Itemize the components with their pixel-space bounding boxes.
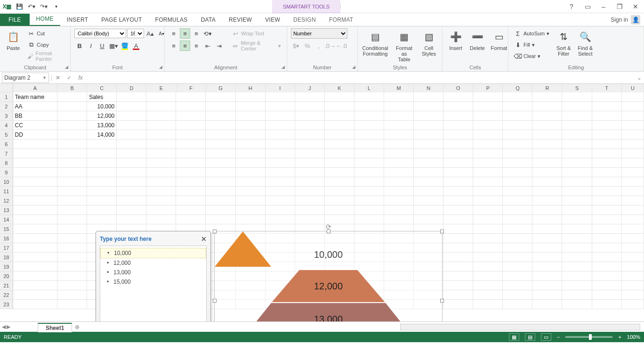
cell[interactable] [354,121,384,130]
cut-button[interactable]: ✂Cut [25,28,66,39]
cell[interactable] [503,92,532,102]
tab-review[interactable]: REVIEW [222,14,258,26]
cell[interactable] [117,196,146,205]
undo-icon[interactable]: ↶▾ [26,1,37,12]
column-header[interactable]: B [57,84,87,92]
cancel-formula-icon[interactable]: ✕ [52,73,64,83]
cell[interactable] [176,130,206,140]
cell[interactable] [592,158,622,168]
column-header[interactable]: A [13,84,58,92]
number-dialog-launcher[interactable]: ◢ [351,64,356,70]
cell[interactable] [117,102,146,111]
cell[interactable] [295,168,325,177]
row-header[interactable]: 13 [0,205,13,215]
cell[interactable] [206,92,235,102]
cell[interactable] [473,111,503,121]
cell[interactable] [473,281,503,290]
cell[interactable] [117,149,146,158]
cell[interactable] [176,149,206,158]
cell[interactable] [87,177,117,187]
cell[interactable] [13,290,58,300]
align-top-icon[interactable]: ≡ [169,28,179,39]
cell[interactable] [354,187,384,196]
cell[interactable] [473,158,503,168]
cell[interactable] [592,168,622,177]
cell[interactable] [146,168,176,177]
zoom-slider[interactable] [565,336,612,338]
cell[interactable] [13,158,58,168]
underline-button[interactable]: U [97,41,107,51]
cell[interactable] [503,121,532,130]
cell[interactable] [443,271,473,281]
cell[interactable] [146,121,176,130]
cell[interactable] [532,243,562,253]
cell[interactable] [592,253,622,262]
cell[interactable] [473,271,503,281]
cell[interactable] [622,177,644,187]
tab-home[interactable]: HOME [30,13,60,26]
cell[interactable] [592,130,622,140]
cell[interactable] [176,92,206,102]
cell[interactable] [117,215,146,224]
grow-font-icon[interactable]: A▴ [145,28,155,39]
cell[interactable] [354,158,384,168]
cell[interactable] [176,121,206,130]
cell[interactable] [562,271,592,281]
row-header[interactable]: 12 [0,196,13,205]
cell[interactable] [117,168,146,177]
cell[interactable] [57,92,87,102]
cell[interactable] [562,253,592,262]
cell[interactable] [473,177,503,187]
cell[interactable] [13,196,58,205]
row-header[interactable]: 7 [0,149,13,158]
cell[interactable] [236,121,266,130]
cell[interactable] [414,121,443,130]
cell[interactable] [176,215,206,224]
cell[interactable] [295,111,325,121]
paste-button[interactable]: 📋 Paste [4,28,23,52]
row-header[interactable]: 18 [0,253,13,262]
find-select-button[interactable]: 🔍Find & Select [576,28,595,58]
cell[interactable]: 14,000 [87,130,117,140]
cell[interactable] [562,92,592,102]
cell[interactable] [414,111,443,121]
row-header[interactable]: 14 [0,215,13,224]
cell[interactable] [562,205,592,215]
cell[interactable] [57,271,87,281]
cell[interactable] [414,158,443,168]
cell[interactable] [562,234,592,243]
cell[interactable] [532,130,562,140]
cell[interactable] [146,92,176,102]
cell[interactable] [592,290,622,300]
cell[interactable] [592,215,622,224]
cell[interactable] [473,149,503,158]
cell[interactable] [354,92,384,102]
sheet-nav-prev-icon[interactable]: ◀ [2,324,6,330]
sheet-nav-next-icon[interactable]: ▶ [7,324,10,330]
cell[interactable] [532,158,562,168]
format-as-table-button[interactable]: ▦Format as Table [392,28,417,63]
cell[interactable] [622,92,644,102]
cell[interactable] [266,215,295,224]
cell[interactable] [266,158,295,168]
cell[interactable] [562,196,592,205]
cell[interactable] [354,111,384,121]
text-pane-item[interactable]: 13,000 [100,268,206,277]
cell[interactable] [384,196,414,205]
cell[interactable] [384,158,414,168]
cell[interactable] [592,243,622,253]
cell[interactable] [325,187,354,196]
cell[interactable] [503,187,532,196]
cell[interactable] [562,224,592,234]
row-header[interactable]: 11 [0,187,13,196]
cell[interactable] [532,205,562,215]
cell[interactable] [562,140,592,149]
cell[interactable] [57,102,87,111]
cell[interactable] [57,177,87,187]
cell[interactable] [532,92,562,102]
cell[interactable] [592,102,622,111]
cell[interactable] [562,243,592,253]
sign-in[interactable]: Sign in 👤 [611,15,640,25]
cell[interactable] [146,205,176,215]
number-format-select[interactable]: Number [291,28,347,39]
